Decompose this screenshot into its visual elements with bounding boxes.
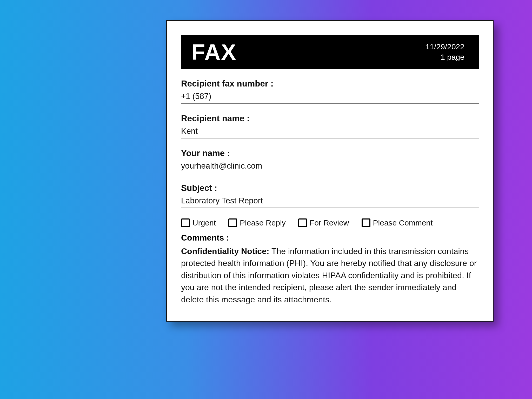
field-subject: Subject : Laboratory Test Report <box>181 183 479 208</box>
checkbox-label: Please Reply <box>240 218 286 227</box>
confidentiality-notice: Confidentiality Notice: The information … <box>181 245 479 305</box>
checkbox-box-icon <box>228 218 237 227</box>
checkbox-box-icon <box>298 218 307 227</box>
field-value[interactable]: yourhealth@clinic.com <box>181 161 479 173</box>
checkbox-please-reply[interactable]: Please Reply <box>228 218 286 227</box>
checkbox-label: Please Comment <box>373 218 433 227</box>
confidentiality-notice-heading: Confidentiality Notice: <box>181 247 269 256</box>
field-label: Recipient fax number : <box>181 79 479 89</box>
field-label: Subject : <box>181 183 479 193</box>
checkbox-for-review[interactable]: For Review <box>298 218 349 227</box>
fax-date: 11/29/2022 <box>425 42 464 52</box>
checkbox-box-icon <box>362 218 370 227</box>
comments-label: Comments : <box>181 233 479 243</box>
checkbox-please-comment[interactable]: Please Comment <box>362 218 433 227</box>
field-your-name: Your name : yourhealth@clinic.com <box>181 148 479 173</box>
field-recipient-name: Recipient name : Kent <box>181 114 479 138</box>
field-value[interactable]: Laboratory Test Report <box>181 196 479 208</box>
fax-cover-page: FAX 11/29/2022 1 page Recipient fax numb… <box>166 20 494 322</box>
field-value[interactable]: Kent <box>181 127 479 138</box>
checkbox-label: Urgent <box>192 218 216 227</box>
field-label: Recipient name : <box>181 114 479 123</box>
fax-meta: 11/29/2022 1 page <box>425 42 464 63</box>
fax-page-count: 1 page <box>425 52 464 63</box>
checkbox-urgent[interactable]: Urgent <box>181 218 216 227</box>
checkbox-box-icon <box>181 218 190 227</box>
checkbox-label: For Review <box>310 218 349 227</box>
field-value[interactable]: +1 (587) <box>181 92 479 104</box>
field-label: Your name : <box>181 148 479 158</box>
field-recipient-fax-number: Recipient fax number : +1 (587) <box>181 79 479 104</box>
fax-header-bar: FAX 11/29/2022 1 page <box>181 35 479 69</box>
checkbox-row: Urgent Please Reply For Review Please Co… <box>181 218 479 227</box>
fax-title: FAX <box>191 41 236 63</box>
